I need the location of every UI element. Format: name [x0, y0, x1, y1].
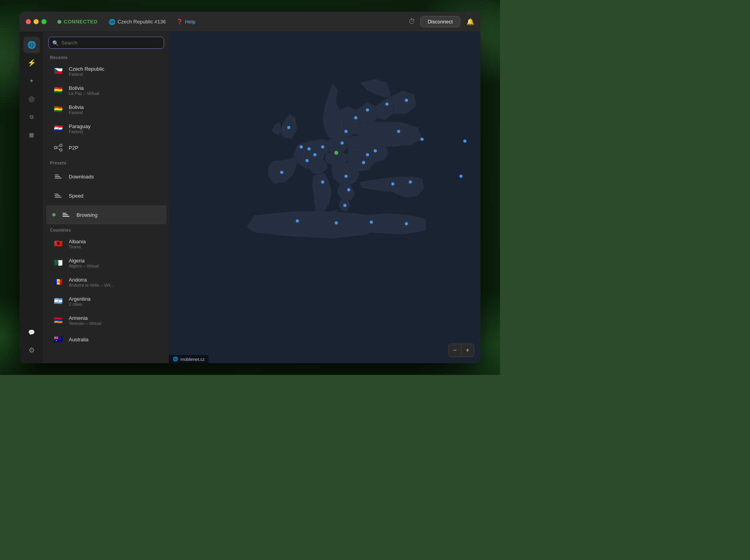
disconnect-button[interactable]: Disconnect — [420, 16, 460, 27]
target-icon: ◎ — [29, 95, 35, 103]
speed-icon — [52, 190, 64, 202]
list-item[interactable]: 🇩🇿 Algeria Algiers – Virtual — [46, 253, 166, 272]
list-item[interactable]: Speed — [46, 186, 166, 205]
flag-paraguay: 🇵🇾 — [52, 123, 64, 134]
search-icon: 🔍 — [52, 40, 59, 46]
zoom-out-button[interactable]: − — [449, 344, 461, 357]
server-item-info: Armenia Yerevan – Virtual — [69, 315, 160, 326]
zoom-in-button[interactable]: + — [461, 344, 474, 357]
connection-status: CONNECTED — [57, 19, 98, 25]
list-item[interactable]: 🇧🇴 Bolivia Fastest — [46, 100, 166, 119]
server-sub: Yerevan – Virtual — [69, 321, 160, 326]
chat-icon: 💬 — [28, 329, 35, 335]
svg-point-30 — [345, 175, 348, 178]
svg-point-15 — [386, 103, 389, 106]
help-icon: ❓ — [177, 19, 183, 25]
server-sub: Fastest — [69, 129, 160, 134]
sidebar-item-meshnet[interactable]: ✦ — [23, 73, 40, 89]
server-name: Argentina — [69, 296, 160, 302]
list-item[interactable]: 🇵🇾 Paraguay Fastest — [46, 119, 166, 138]
server-sub: Tirana — [69, 244, 160, 249]
svg-point-35 — [374, 149, 377, 152]
layers-icon: ⧉ — [30, 114, 34, 120]
svg-point-29 — [321, 180, 324, 184]
server-item-info: Browsing — [77, 212, 160, 218]
svg-rect-13 — [62, 213, 66, 214]
svg-point-31 — [347, 188, 350, 191]
sidebar-item-split[interactable]: ⧉ — [23, 109, 40, 125]
list-item[interactable]: P2P — [46, 138, 166, 157]
svg-rect-11 — [62, 216, 70, 217]
server-name: Andorra — [69, 277, 160, 283]
server-item-info: Czech Republic Fastest — [69, 66, 160, 77]
svg-point-33 — [362, 161, 365, 164]
downloads-icon — [52, 171, 64, 182]
svg-rect-6 — [55, 176, 60, 177]
svg-point-2 — [60, 149, 62, 151]
sidebar-item-settings[interactable]: ⚙ — [23, 342, 40, 358]
svg-point-16 — [405, 99, 408, 102]
svg-point-44 — [405, 222, 408, 225]
p2p-icon — [52, 142, 64, 153]
list-item-browsing[interactable]: Browsing — [46, 205, 166, 224]
maximize-button[interactable] — [41, 19, 46, 24]
help-label: Help — [185, 19, 195, 25]
list-item[interactable]: 🇦🇲 Armenia Yerevan – Virtual — [46, 311, 166, 330]
server-sub: Andorra la Vella – Virt... — [69, 283, 160, 287]
globe-icon: 🌐 — [27, 41, 36, 49]
bell-icon: 🔔 — [466, 18, 474, 25]
close-button[interactable] — [26, 19, 31, 24]
current-server: Czech Republic #136 — [118, 19, 166, 25]
list-item[interactable]: 🇦🇷 Argentina 2 cities — [46, 292, 166, 310]
list-item[interactable]: Downloads — [46, 167, 166, 186]
server-sub: La Paz – Virtual — [69, 91, 160, 96]
svg-point-25 — [341, 141, 344, 144]
server-item-info: Albania Tirana — [69, 239, 160, 249]
flag-andorra: 🇦🇩 — [52, 276, 64, 288]
server-name: Australia — [69, 337, 160, 342]
traffic-lights — [26, 19, 46, 24]
svg-point-38 — [397, 130, 400, 133]
server-item-info: P2P — [69, 145, 160, 151]
server-sub: Fastest — [69, 72, 160, 77]
sidebar-item-support[interactable]: 💬 — [23, 324, 40, 341]
list-item[interactable]: 🇧🇴 Bolivia La Paz – Virtual — [46, 81, 166, 100]
list-item[interactable]: 🇦🇱 Albania Tirana — [46, 234, 166, 253]
svg-point-17 — [366, 109, 369, 112]
svg-line-3 — [57, 146, 60, 147]
help-button[interactable]: ❓ Help — [177, 19, 195, 25]
server-item-info: Andorra Andorra la Vella – Virt... — [69, 277, 160, 287]
flag-albania: 🇦🇱 — [52, 238, 64, 250]
svg-line-4 — [57, 148, 60, 150]
list-item[interactable]: 🇦🇩 Andorra Andorra la Vella – Virt... — [46, 273, 166, 291]
sidebar-item-quickconnect[interactable]: ⚡ — [23, 55, 40, 71]
map-controls: − + — [448, 344, 474, 357]
globe-icon: 🌐 — [109, 19, 115, 25]
server-item-info: Bolivia La Paz – Virtual — [69, 85, 160, 96]
svg-point-24 — [334, 151, 338, 155]
countries-label: Countries — [44, 225, 169, 234]
sidebar-item-stats[interactable]: ▦ — [23, 127, 40, 143]
svg-point-21 — [300, 145, 303, 148]
svg-point-1 — [60, 144, 62, 146]
lightning-icon: ⚡ — [27, 59, 36, 67]
svg-point-42 — [335, 221, 338, 225]
sidebar-item-servers[interactable]: 🌐 — [23, 37, 40, 53]
svg-rect-12 — [62, 214, 68, 215]
server-panel: 🔍 Recents 🇨🇿 Czech Republic Fastest 🇧🇴 — [44, 32, 169, 363]
mesh-icon: ✦ — [29, 78, 34, 84]
list-item[interactable]: 🇦🇺 Australia — [46, 330, 166, 349]
svg-point-34 — [366, 153, 369, 156]
sidebar-item-threat[interactable]: ◎ — [23, 91, 40, 107]
search-box: 🔍 — [48, 37, 164, 49]
settings-icon: ⚙ — [29, 346, 35, 355]
server-sub: 2 cities — [69, 302, 160, 307]
timer-icon: ⏱ — [409, 18, 416, 26]
svg-point-23 — [321, 145, 324, 148]
list-item[interactable]: 🇨🇿 Czech Republic Fastest — [46, 62, 166, 80]
search-input[interactable] — [48, 37, 164, 49]
title-bar: CONNECTED 🌐 Czech Republic #136 ❓ Help ⏱… — [20, 12, 480, 32]
minimize-button[interactable] — [34, 19, 39, 24]
svg-rect-8 — [55, 197, 62, 198]
map-area: − + 🌐 mobilenet.cz — [169, 32, 480, 363]
